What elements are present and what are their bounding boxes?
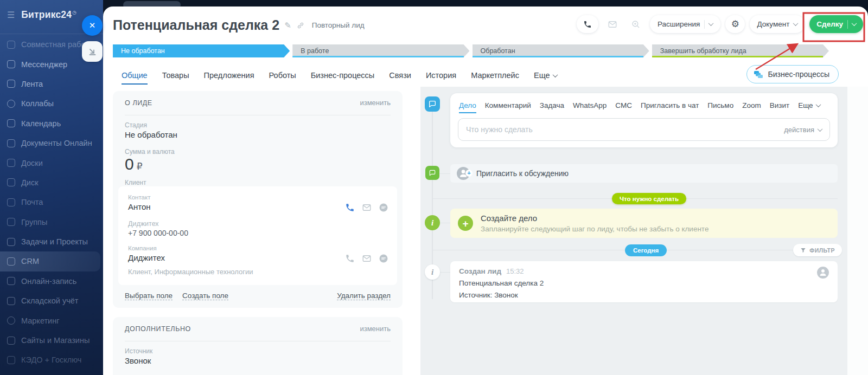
sidebar-item-sites[interactable]: Сайты и Магазины (0, 331, 103, 350)
sidebar-nav: Совместная работа Мессенджер Лента Колла… (0, 35, 103, 370)
chat-company-icon[interactable] (379, 254, 388, 263)
stage-field-value[interactable]: Не обработан (125, 130, 177, 139)
activity-tab-visit[interactable]: Визит (770, 101, 789, 109)
sidebar-item-mail[interactable]: Почта (0, 192, 103, 212)
source-field-label: Источник (125, 347, 152, 355)
sidebar-item-label: Сайты и Магазины (21, 336, 90, 345)
delete-section-link[interactable]: Удалить раздел (337, 292, 391, 300)
tab-products[interactable]: Товары (162, 71, 189, 80)
todo-hint-pill[interactable]: Что нужно сделать (612, 193, 686, 204)
stage-field-label: Стадия (125, 121, 147, 129)
chevron-down-icon (553, 72, 558, 77)
groups-icon (7, 218, 15, 226)
edit-additional-link[interactable]: изменить (360, 325, 391, 333)
create-field-link[interactable]: Создать поле (182, 292, 228, 300)
sidebar-item-documents[interactable]: Документы Онлайн (0, 133, 103, 153)
sidebar-item-kedo[interactable]: КЭДО + Госключ (0, 350, 103, 370)
create-deal-button[interactable]: Сделку (809, 15, 863, 33)
bitrix24-crm-lead-screen: ☰ Битрикс24◷ Совместная работа Мессендже… (0, 0, 868, 375)
sidebar-item-label: Группы (21, 218, 47, 227)
business-processes-button[interactable]: Бизнес-процессы (746, 65, 839, 83)
activity-tab-todo[interactable]: Дело (459, 101, 476, 109)
call-button[interactable] (577, 15, 598, 33)
chat-contact-icon[interactable] (379, 203, 388, 212)
activity-tab-sms[interactable]: СМС (615, 101, 632, 109)
todo-input[interactable] (458, 119, 737, 140)
timeline-column: Дело Комментарий Задача WhatsApp СМС При… (420, 87, 868, 375)
source-field-value[interactable]: Звонок (125, 356, 151, 365)
extensions-button[interactable]: Расширения (650, 15, 721, 33)
sidebar-item-drive[interactable]: Диск (0, 173, 103, 192)
activity-tab-comment[interactable]: Комментарий (485, 101, 531, 109)
sidebar-item-booking[interactable]: Онлайн-запись (0, 271, 103, 291)
chevron-down-icon (709, 21, 714, 26)
tab-more[interactable]: Еще (534, 71, 558, 80)
about-lead-card: О ЛИДЕ изменить Стадия Не обработан Сумм… (113, 91, 403, 308)
tab-relations[interactable]: Связи (389, 71, 411, 80)
settings-button[interactable]: ⚙ (725, 15, 745, 33)
sidebar-item-tasks[interactable]: Задачи и Проекты (0, 232, 103, 251)
sidebar-item-feed[interactable]: Лента (0, 74, 103, 94)
timeline-log-card[interactable]: Создан лид 15:32 Потенциальная сделка 2 … (450, 261, 838, 302)
add-activity-icon[interactable]: + (458, 216, 473, 231)
collaboration-icon (7, 41, 15, 49)
lead-form-column: О ЛИДЕ изменить Стадия Не обработан Сумм… (103, 87, 420, 375)
select-field-link[interactable]: Выбрать поле (125, 292, 173, 300)
sum-field-value[interactable]: 0₽ (125, 155, 143, 173)
menu-burger-icon[interactable]: ☰ (7, 10, 15, 20)
sidebar-item-marketing[interactable]: Маркетинг (0, 311, 103, 330)
sidebar-item-calendar[interactable]: Календарь (0, 114, 103, 133)
actions-label: действия (784, 126, 814, 134)
create-activity-title[interactable]: Создайте дело (481, 214, 537, 223)
tab-quotes[interactable]: Предложения (204, 71, 254, 80)
stage-in-progress[interactable]: В работе (292, 44, 469, 57)
sidebar-item-crm[interactable]: CRM (0, 251, 100, 271)
tab-business-processes[interactable]: Бизнес-процессы (311, 71, 375, 80)
search-zoom-button[interactable] (627, 15, 645, 33)
call-contact-icon[interactable] (345, 203, 355, 212)
stage-processed[interactable]: Обработан (473, 44, 649, 57)
edit-title-icon[interactable]: ✎ (284, 21, 291, 30)
email-company-icon[interactable] (362, 254, 372, 263)
collapse-slider-button[interactable] (82, 41, 103, 62)
sidebar-item-boards[interactable]: Доски (0, 153, 103, 172)
tasks-icon (7, 238, 15, 246)
filter-label: ФИЛЬТР (809, 247, 835, 254)
tab-history[interactable]: История (426, 71, 456, 80)
email-contact-icon[interactable] (362, 203, 372, 212)
app-logo[interactable]: Битрикс24◷ (21, 9, 76, 21)
call-company-icon[interactable] (345, 254, 355, 263)
sidebar-item-label: Задачи и Проекты (21, 237, 88, 246)
stage-finish-processing[interactable]: Завершить обработку лида (652, 44, 829, 57)
activity-tab-whatsapp[interactable]: WhatsApp (573, 101, 607, 109)
activity-tab-email[interactable]: Письмо (707, 101, 733, 109)
crm-icon (7, 257, 15, 266)
divider (125, 115, 391, 115)
tab-general[interactable]: Общие (122, 71, 148, 80)
email-button[interactable] (603, 15, 622, 33)
document-button[interactable]: Документ (750, 15, 805, 33)
stage-not-processed[interactable]: Не обработан (113, 44, 290, 57)
filter-button[interactable]: ФИЛЬТР (793, 244, 842, 256)
copy-link-icon[interactable] (296, 21, 305, 30)
contact-name[interactable]: Антон (128, 202, 151, 211)
invite-discussion-row[interactable]: + Пригласить к обсуждению (450, 164, 838, 183)
sidebar-item-groups[interactable]: Группы (0, 212, 103, 232)
sidebar-item-collabs[interactable]: Коллабы (0, 94, 103, 113)
close-slider-button[interactable]: ✕ (82, 15, 103, 36)
activity-tab-more[interactable]: Еще (798, 101, 820, 109)
repeat-lead-badge: Повторный лид (312, 21, 365, 29)
company-name[interactable]: Диджитех (128, 253, 165, 262)
scrollbar-gutter[interactable] (847, 87, 868, 375)
sidebar-item-inventory[interactable]: Складской учёт (0, 291, 103, 311)
edit-about-link[interactable]: изменить (360, 99, 391, 107)
activity-tab-zoom[interactable]: Zoom (742, 101, 761, 109)
activity-tab-task[interactable]: Задача (540, 101, 564, 109)
actions-dropdown[interactable]: действия (784, 119, 822, 140)
activity-tab-invite-chat[interactable]: Пригласить в чат (641, 101, 699, 109)
tab-robots[interactable]: Роботы (269, 71, 296, 80)
stage-underline (292, 56, 463, 57)
tab-marketplace[interactable]: Маркетплейс (471, 71, 519, 80)
contact-phone[interactable]: +7 900 000-00-00 (128, 229, 188, 237)
invite-avatar-icon: + (457, 167, 470, 180)
